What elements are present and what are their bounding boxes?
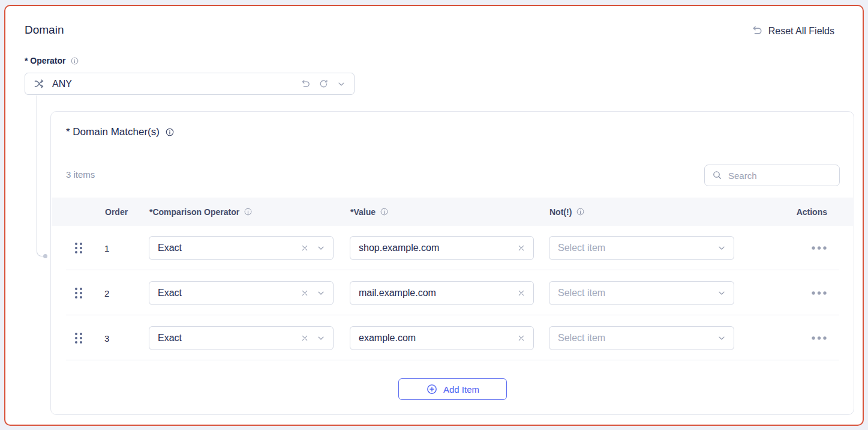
clear-icon[interactable] bbox=[300, 333, 310, 343]
domain-form-card: Domain Reset All Fields * Operator ANY *… bbox=[4, 5, 864, 426]
search-input[interactable] bbox=[728, 171, 832, 181]
column-header-not: Not(!) bbox=[549, 198, 585, 226]
table-row: 2 Exact Select item bbox=[51, 270, 854, 315]
operator-label-text: * Operator bbox=[25, 56, 65, 65]
column-header-comparison-label: *Comparison Operator bbox=[149, 207, 239, 217]
chevron-down-icon bbox=[717, 243, 726, 253]
clear-icon[interactable] bbox=[300, 288, 310, 298]
value-input[interactable] bbox=[359, 333, 510, 344]
column-header-order-label: Order bbox=[105, 207, 128, 217]
not-select[interactable]: Select item bbox=[549, 326, 734, 350]
info-icon[interactable] bbox=[70, 56, 79, 65]
comparison-operator-value: Exact bbox=[158, 243, 293, 253]
column-header-value-label: *Value bbox=[350, 207, 376, 217]
row-order-number: 3 bbox=[104, 333, 109, 343]
domain-matchers-title: * Domain Matcher(s) bbox=[66, 126, 175, 138]
tree-connector-dot bbox=[43, 254, 47, 258]
not-select[interactable]: Select item bbox=[549, 281, 734, 305]
row-actions-menu-icon[interactable] bbox=[811, 246, 827, 250]
clear-icon[interactable] bbox=[516, 333, 526, 343]
domain-matchers-title-text: * Domain Matcher(s) bbox=[66, 126, 160, 138]
row-actions-menu-icon[interactable] bbox=[811, 336, 827, 341]
comparison-operator-value: Exact bbox=[158, 288, 293, 298]
row-order-number: 1 bbox=[104, 243, 109, 253]
search-box bbox=[704, 165, 840, 186]
tree-connector-line bbox=[37, 95, 44, 256]
branch-icon bbox=[33, 77, 46, 90]
comparison-operator-value: Exact bbox=[158, 333, 293, 344]
comparison-operator-select[interactable]: Exact bbox=[149, 236, 334, 260]
chevron-down-icon bbox=[316, 243, 326, 253]
reload-icon[interactable] bbox=[319, 79, 329, 89]
add-item-label: Add Item bbox=[443, 384, 479, 395]
column-header-order: Order bbox=[105, 198, 128, 226]
value-input-wrapper bbox=[350, 281, 534, 305]
not-select-placeholder: Select item bbox=[558, 333, 710, 344]
undo-icon[interactable] bbox=[300, 79, 311, 89]
undo-icon bbox=[750, 25, 763, 37]
chevron-down-icon bbox=[337, 79, 346, 89]
column-header-value: *Value bbox=[350, 198, 389, 226]
reset-all-fields-label: Reset All Fields bbox=[768, 26, 834, 37]
clear-icon[interactable] bbox=[300, 243, 310, 253]
drag-handle-icon[interactable] bbox=[74, 332, 83, 345]
clear-icon[interactable] bbox=[516, 243, 526, 253]
operator-field-label: * Operator bbox=[25, 56, 79, 65]
search-icon bbox=[712, 170, 723, 181]
not-select[interactable]: Select item bbox=[549, 236, 734, 260]
chevron-down-icon bbox=[717, 333, 726, 343]
not-select-placeholder: Select item bbox=[558, 288, 710, 298]
row-divider bbox=[66, 360, 839, 360]
clear-icon[interactable] bbox=[516, 288, 526, 298]
value-input[interactable] bbox=[359, 243, 510, 253]
info-icon[interactable] bbox=[244, 207, 253, 216]
value-input-wrapper bbox=[350, 326, 534, 350]
chevron-down-icon bbox=[316, 288, 326, 298]
not-select-placeholder: Select item bbox=[558, 243, 710, 253]
column-header-not-label: Not(!) bbox=[549, 207, 572, 217]
operator-selected-value: ANY bbox=[52, 79, 293, 89]
info-icon[interactable] bbox=[380, 207, 389, 216]
domain-matchers-panel: * Domain Matcher(s) 3 items Order *Compa… bbox=[50, 111, 854, 415]
plus-circle-icon bbox=[426, 383, 438, 395]
info-icon[interactable] bbox=[165, 127, 175, 137]
chevron-down-icon bbox=[717, 288, 726, 298]
value-input-wrapper bbox=[350, 236, 534, 260]
column-header-actions: Actions bbox=[797, 198, 827, 226]
comparison-operator-select[interactable]: Exact bbox=[149, 281, 334, 305]
page-title: Domain bbox=[25, 23, 64, 37]
table-row: 3 Exact Select item bbox=[51, 315, 854, 360]
reset-all-fields-button[interactable]: Reset All Fields bbox=[750, 25, 834, 37]
add-item-button[interactable]: Add Item bbox=[398, 378, 507, 400]
column-header-actions-label: Actions bbox=[797, 207, 827, 217]
info-icon[interactable] bbox=[576, 207, 585, 216]
drag-handle-icon[interactable] bbox=[74, 286, 83, 300]
drag-handle-icon[interactable] bbox=[74, 241, 83, 255]
value-input[interactable] bbox=[359, 288, 510, 298]
row-order-number: 2 bbox=[104, 288, 109, 298]
table-row: 1 Exact Select item bbox=[51, 226, 854, 270]
table-header: Order *Comparison Operator *Value Not(!)… bbox=[52, 198, 854, 226]
items-count: 3 items bbox=[66, 169, 95, 180]
comparison-operator-select[interactable]: Exact bbox=[149, 326, 334, 350]
chevron-down-icon bbox=[316, 333, 326, 343]
row-actions-menu-icon[interactable] bbox=[811, 291, 827, 295]
column-header-comparison-operator: *Comparison Operator bbox=[149, 198, 253, 226]
operator-select[interactable]: ANY bbox=[25, 73, 355, 95]
